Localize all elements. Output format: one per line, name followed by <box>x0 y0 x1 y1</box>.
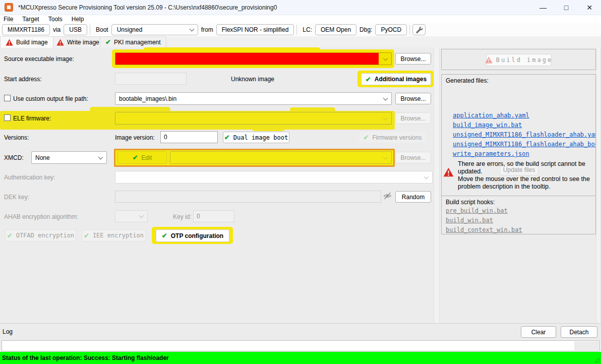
menu-tools[interactable]: Tools <box>44 16 67 23</box>
ele-firmware-browse-button: Browse... <box>395 112 431 124</box>
xmcd-file-combo[interactable] <box>170 151 392 164</box>
build-image-panel: Source executable image: Browse... Start… <box>0 47 601 323</box>
log-separator <box>0 323 601 324</box>
warning-icon <box>485 56 493 64</box>
xmcd-browse-button: Browse... <box>395 152 431 163</box>
highlight-stroke <box>144 47 320 52</box>
dbg-button[interactable]: PyOCD <box>375 24 407 35</box>
menu-file[interactable]: File <box>0 16 18 23</box>
tab-label: Write image <box>67 39 99 46</box>
dual-image-boot-label: Dual image boot <box>233 134 288 141</box>
boot-type-dropdown[interactable]: Unsigned <box>111 24 198 35</box>
maximize-button[interactable]: □ <box>555 0 578 15</box>
check-icon: ✔ <box>162 232 167 239</box>
hook-link[interactable]: build_win.bat <box>446 217 493 224</box>
status-bar: Status of the last operation: Success: S… <box>0 352 601 364</box>
tab-build-image[interactable]: Build image <box>0 36 53 48</box>
iee-label: IEE encryption <box>93 232 144 239</box>
boot-device-button[interactable]: FlexSPI NOR - simplified <box>216 24 294 35</box>
source-image-browse-button[interactable]: Browse... <box>395 53 431 65</box>
toolbar-separator <box>296 25 297 35</box>
build-image-label: Build image <box>496 56 553 64</box>
build-image-group: Build image <box>441 49 596 70</box>
output-path-browse-button[interactable]: Browse... <box>395 93 431 104</box>
ele-firmware-checkbox[interactable] <box>4 114 11 121</box>
minimize-button[interactable]: — <box>531 0 555 15</box>
resize-grip[interactable] <box>595 358 600 363</box>
check-icon: ✔ <box>366 76 371 83</box>
status-text: Status of the last operation: Success: S… <box>0 354 169 361</box>
processor-button[interactable]: MIMXRT1186 <box>2 24 50 35</box>
additional-images-button[interactable]: ✔ Additional images <box>361 73 431 85</box>
highlight-stroke <box>290 107 335 112</box>
start-address-label: Start address: <box>4 76 42 83</box>
key-id-input <box>193 210 234 222</box>
key-id-label: Key id: <box>173 213 192 220</box>
menu-target[interactable]: Target <box>18 16 43 23</box>
log-label: Log <box>3 328 13 335</box>
connection-button[interactable]: USB <box>64 24 87 35</box>
check-icon: ✔ <box>364 134 369 141</box>
generated-file-link[interactable]: application_ahab.yaml <box>453 112 529 119</box>
lc-label: LC: <box>299 26 315 33</box>
ele-firmware-combo[interactable] <box>115 112 392 125</box>
image-version-label: Image version: <box>115 134 155 141</box>
start-address-input <box>115 73 187 85</box>
xmcd-value: None <box>35 154 50 161</box>
iee-encryption-button: ✔ IEE encryption <box>82 229 146 241</box>
log-clear-button[interactable]: Clear <box>521 326 556 338</box>
xmcd-label: XMCD: <box>4 154 24 161</box>
highlight-stroke <box>252 126 285 131</box>
tab-label: Build image <box>16 39 48 46</box>
generated-file-link[interactable]: write_parameters.json <box>453 150 529 157</box>
generated-file-link[interactable]: build_image_win.bat <box>453 122 522 129</box>
dek-random-button[interactable]: Random <box>395 191 431 203</box>
eye-slash-icon[interactable] <box>383 192 392 202</box>
check-icon: ✔ <box>105 38 111 46</box>
source-image-combo[interactable] <box>115 52 392 65</box>
output-path-checkbox[interactable] <box>4 95 11 101</box>
highlight-stroke <box>90 107 170 112</box>
otp-configuration-button[interactable]: ✔ OTP configuration <box>156 229 229 242</box>
chevron-down-icon <box>98 154 103 159</box>
dual-image-boot-button[interactable]: ✔ Dual image boot <box>223 132 289 143</box>
auth-key-label: Authentication key: <box>4 174 55 181</box>
hook-link[interactable]: pre_build_win.bat <box>446 207 508 214</box>
chevron-down-icon <box>383 95 388 100</box>
title-bar: *MCUXpresso Secure Provisioning Tool ver… <box>0 0 601 15</box>
boot-type-value: Unsigned <box>117 26 143 33</box>
log-detach-button[interactable]: Detach <box>561 326 597 338</box>
close-button[interactable]: ✕ <box>578 0 601 15</box>
tab-write-image[interactable]: Write image <box>51 36 105 47</box>
unknown-image-text: Unknown image <box>231 76 274 83</box>
image-version-input[interactable] <box>160 131 218 143</box>
lc-button[interactable]: OEM Open <box>315 24 356 35</box>
tab-label: PKI management <box>114 39 161 46</box>
generated-file-link[interactable]: unsigned_MIMXRT1186_flashloader_ahab_boo… <box>453 141 596 148</box>
log-output[interactable] <box>2 340 599 351</box>
output-path-label: Use custom output file path: <box>13 95 88 102</box>
warning-icon <box>6 39 13 46</box>
check-icon: ✔ <box>133 154 138 161</box>
xmcd-edit-button[interactable]: ✔ Edit <box>117 151 167 164</box>
dbg-label: Dbg: <box>356 26 375 33</box>
settings-wrench-button[interactable] <box>412 24 426 35</box>
firmware-versions-label: Firmware versions <box>372 134 422 141</box>
tab-bar: Build image Write image ✔ PKI management <box>0 36 601 47</box>
main-scrollbar[interactable] <box>596 47 601 323</box>
check-icon: ✔ <box>7 232 13 239</box>
output-path-combo[interactable]: bootable_images\.bin <box>115 92 392 105</box>
build-script-hooks-title: Build script hooks: <box>446 199 495 206</box>
chevron-down-icon <box>139 213 144 218</box>
chevron-down-icon <box>383 115 388 120</box>
check-icon: ✔ <box>84 232 89 239</box>
menu-help[interactable]: Help <box>67 16 89 23</box>
xmcd-dropdown[interactable]: None <box>31 151 107 164</box>
tab-pki-management[interactable]: ✔ PKI management <box>100 36 166 47</box>
generated-file-link[interactable]: unsigned_MIMXRT1186_flashloader_ahab.yam… <box>453 131 596 138</box>
form-scrollbar[interactable] <box>434 47 440 323</box>
hook-link[interactable]: build_context_win.bat <box>446 226 522 233</box>
generated-files-title: Generated files: <box>446 77 489 84</box>
boot-label: Boot <box>93 26 111 33</box>
log-scrollbar[interactable] <box>574 341 598 350</box>
